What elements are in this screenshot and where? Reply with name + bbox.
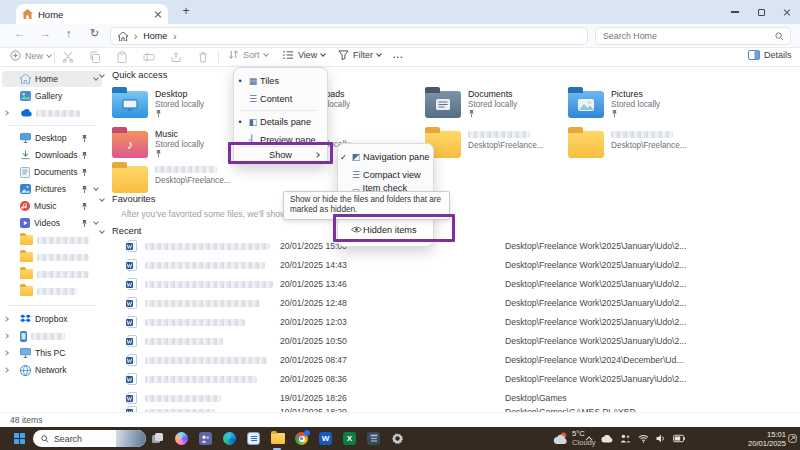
close-button[interactable] bbox=[774, 0, 800, 24]
recent-file-row[interactable]: 20/01/2025 12:03Desktop\Freelance Work\2… bbox=[120, 314, 790, 332]
cut-icon[interactable] bbox=[62, 51, 74, 65]
speaker-icon[interactable] bbox=[656, 434, 666, 443]
title-bar: Home + bbox=[0, 0, 800, 24]
recent-file-row[interactable]: 20/01/2025 08:47Desktop\Freelance Work\2… bbox=[120, 352, 790, 370]
breadcrumb[interactable]: › Home › bbox=[110, 27, 588, 45]
more-options-button[interactable]: ... bbox=[393, 50, 404, 60]
chevron-down-icon[interactable] bbox=[93, 75, 99, 81]
sidebar-item-folder[interactable] bbox=[2, 249, 102, 265]
tile-folder[interactable]: Desktop\Freelance... bbox=[425, 128, 575, 164]
notification-icon[interactable] bbox=[788, 434, 797, 443]
forward-icon[interactable]: → bbox=[40, 27, 51, 39]
recent-file-row[interactable]: 20/01/2025 08:36Desktop\Freelance Work\2… bbox=[120, 371, 790, 389]
search-input[interactable] bbox=[603, 29, 763, 43]
notepad-icon[interactable] bbox=[246, 431, 261, 446]
sidebar-item-pictures[interactable]: Pictures bbox=[2, 181, 102, 197]
recent-file-row[interactable]: 20/01/2025 13:46Desktop\Freelance Work\2… bbox=[120, 276, 790, 294]
recent-date: 20/01/2025 12:48 bbox=[280, 298, 347, 308]
menu-item-details-pane[interactable]: •◧Details pane bbox=[234, 113, 327, 131]
rename-icon[interactable] bbox=[143, 51, 155, 65]
maximize-button[interactable] bbox=[748, 0, 774, 24]
copilot-icon[interactable] bbox=[174, 431, 189, 446]
folder-icon bbox=[568, 131, 604, 158]
sidebar-item-folder[interactable] bbox=[2, 266, 102, 282]
sidebar-item-this-pc[interactable]: This PC bbox=[2, 345, 102, 361]
battery-icon[interactable] bbox=[673, 434, 685, 443]
sidebar-item-music[interactable]: Music bbox=[2, 198, 102, 214]
settings-gear-icon[interactable] bbox=[390, 431, 405, 446]
pictures-icon bbox=[20, 184, 31, 194]
tile-pictures[interactable]: PicturesStored locally bbox=[568, 88, 718, 124]
wifi-icon[interactable] bbox=[638, 434, 649, 443]
menu-item-content[interactable]: ☰Content bbox=[234, 90, 327, 108]
sidebar-item-phone[interactable] bbox=[2, 328, 102, 344]
file-explorer-icon[interactable] bbox=[270, 431, 285, 446]
recent-header[interactable]: Recent bbox=[100, 226, 141, 236]
sidebar-item-documents[interactable]: Documents bbox=[2, 164, 102, 180]
chrome-icon[interactable] bbox=[294, 431, 309, 446]
expand-icon[interactable] bbox=[3, 367, 9, 373]
home-icon bbox=[20, 74, 31, 84]
breadcrumb-chevron-icon[interactable]: › bbox=[173, 31, 176, 42]
sidebar-item-desktop[interactable]: Desktop bbox=[2, 130, 102, 146]
submenu-item-compact-view[interactable]: ☰Compact view bbox=[338, 166, 433, 184]
delete-icon[interactable] bbox=[197, 51, 209, 65]
taskbar-clock[interactable]: 15:01 20/01/2025 bbox=[748, 430, 786, 448]
chevron-down-icon[interactable] bbox=[93, 185, 99, 191]
menu-item-tiles[interactable]: •▦Tiles bbox=[234, 72, 327, 90]
highlight-box-show bbox=[228, 142, 333, 164]
excel-icon[interactable]: X bbox=[342, 431, 357, 446]
paste-icon[interactable] bbox=[116, 51, 128, 65]
recent-file-row[interactable]: 20/01/2025 12:48Desktop\Freelance Work\2… bbox=[120, 295, 790, 313]
new-button[interactable]: New bbox=[10, 50, 51, 61]
sidebar-item-folder[interactable] bbox=[2, 232, 102, 248]
expand-icon[interactable] bbox=[3, 333, 9, 339]
expand-icon[interactable] bbox=[3, 110, 9, 116]
recent-file-row[interactable]: 20/01/2025 14:43Desktop\Freelance Work\2… bbox=[120, 257, 790, 275]
sidebar-item-folder[interactable] bbox=[2, 283, 102, 299]
calculator-icon[interactable] bbox=[366, 431, 381, 446]
tab-title: Home bbox=[38, 9, 149, 20]
edge-icon[interactable] bbox=[222, 431, 237, 446]
search-box[interactable] bbox=[595, 27, 791, 45]
explorer-tab-home[interactable]: Home bbox=[16, 4, 168, 24]
recent-file-row[interactable]: 20/01/2025 15:00Desktop\Freelance Work\2… bbox=[120, 238, 790, 256]
chevron-down-icon[interactable] bbox=[93, 219, 99, 225]
sidebar-item-gallery[interactable]: Gallery bbox=[2, 88, 102, 104]
share-icon[interactable] bbox=[170, 51, 182, 65]
minimize-button[interactable] bbox=[722, 0, 748, 24]
sidebar-item-dropbox[interactable]: Dropbox bbox=[2, 311, 102, 327]
onedrive-tray-icon[interactable] bbox=[600, 435, 613, 443]
refresh-icon[interactable]: ↻ bbox=[90, 27, 99, 40]
start-button[interactable] bbox=[14, 433, 25, 444]
sidebar-item-home[interactable]: Home bbox=[2, 71, 102, 87]
up-icon[interactable]: ↑ bbox=[66, 27, 72, 39]
tile-folder[interactable]: Desktop\Freelance... bbox=[568, 128, 718, 164]
people-tray-icon[interactable] bbox=[620, 434, 631, 443]
details-pane-button[interactable]: Details bbox=[748, 50, 792, 60]
teams-icon[interactable] bbox=[198, 431, 213, 446]
chevron-down-icon bbox=[99, 196, 105, 202]
sort-button[interactable]: Sort bbox=[228, 50, 268, 60]
view-button[interactable]: View bbox=[282, 50, 325, 60]
breadcrumb-item[interactable]: Home bbox=[143, 31, 167, 41]
copy-icon[interactable] bbox=[89, 51, 101, 65]
task-view-icon[interactable] bbox=[150, 431, 165, 446]
expand-icon[interactable] bbox=[3, 316, 9, 322]
expand-icon[interactable] bbox=[3, 350, 9, 356]
sidebar-item-downloads[interactable]: Downloads bbox=[2, 147, 102, 163]
sidebar-item-onedrive[interactable] bbox=[2, 105, 102, 121]
favourites-header[interactable]: Favourites bbox=[100, 194, 155, 204]
recent-file-row[interactable]: 20/01/2025 10:50Desktop\Freelance Work\2… bbox=[120, 333, 790, 351]
sidebar-item-network[interactable]: Network bbox=[2, 362, 102, 378]
quick-access-header[interactable]: Quick access bbox=[100, 70, 167, 80]
submenu-item-navigation-pane[interactable]: ✓◩Navigation pane bbox=[338, 148, 433, 166]
tile-documents[interactable]: DocumentsStored locally bbox=[425, 88, 575, 124]
word-icon[interactable]: W bbox=[318, 431, 333, 446]
taskbar-search[interactable]: Search bbox=[33, 430, 146, 447]
filter-button[interactable]: Filter bbox=[338, 50, 381, 60]
sidebar-item-videos[interactable]: Videos bbox=[2, 215, 102, 231]
back-icon[interactable]: ← bbox=[14, 27, 25, 39]
tab-close-icon[interactable] bbox=[154, 10, 162, 18]
new-tab-button[interactable]: + bbox=[178, 4, 194, 20]
